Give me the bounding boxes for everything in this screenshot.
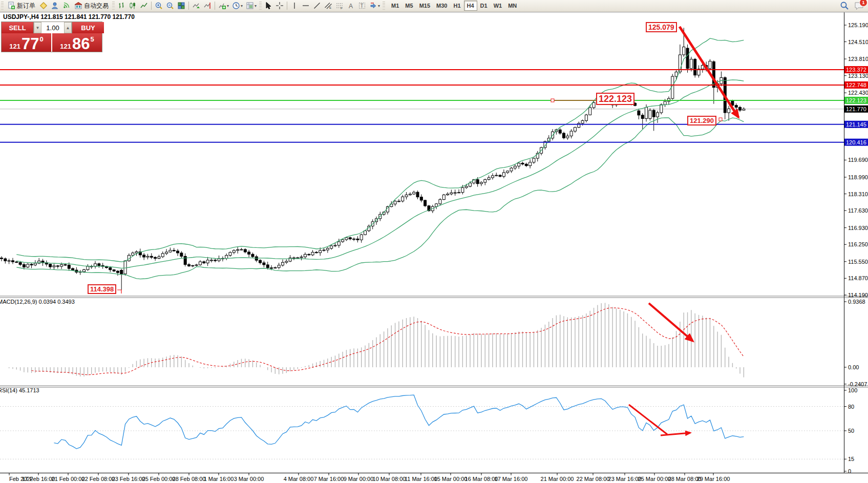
sell-price-display[interactable]: 121 77 0 [2, 33, 51, 52]
chart-canvas[interactable]: 125.190124.510123.810123.130122.430121.7… [0, 11, 868, 483]
text-a-icon: A [347, 2, 355, 10]
crosshair-button[interactable] [274, 1, 285, 11]
new-order-icon [7, 2, 15, 10]
templates-caret-icon: ▾ [255, 4, 257, 8]
candlestick-chart-button[interactable] [127, 1, 138, 11]
sell-price-base: 121 [9, 43, 20, 50]
shapes-button[interactable]: ▾ [368, 1, 382, 11]
svg-text:122.430: 122.430 [848, 90, 868, 96]
cursor-icon [264, 2, 272, 10]
sell-price-main: 77 [22, 37, 39, 50]
svg-text:28 Feb 08:00: 28 Feb 08:00 [173, 476, 206, 482]
volume-increase-button[interactable]: ▲ [64, 22, 72, 33]
svg-text:25 Feb 00:00: 25 Feb 00:00 [142, 476, 176, 482]
svg-text:A: A [349, 3, 353, 10]
svg-text:22 Feb 08:00: 22 Feb 08:00 [82, 476, 115, 482]
volume-decrease-button[interactable]: ▼ [34, 22, 41, 33]
timeframe-d1[interactable]: D1 [477, 1, 491, 11]
price-down-arrow[interactable] [680, 27, 738, 117]
buy-button[interactable]: BUY [72, 22, 104, 33]
timeframe-h1[interactable]: H1 [450, 1, 463, 11]
zoom-in-icon [155, 2, 163, 10]
templates-button[interactable]: ▾ [244, 1, 258, 11]
chart-shift-icon [203, 2, 211, 10]
vertical-line-button[interactable] [289, 1, 300, 11]
buy-price-base: 121 [60, 43, 71, 50]
timeframe-h4[interactable]: H4 [464, 1, 477, 11]
signals-button[interactable] [60, 1, 72, 11]
search-icon[interactable] [840, 1, 849, 10]
cursor-button[interactable] [263, 1, 274, 11]
annotation-low-price[interactable]: 121.290 [687, 116, 716, 125]
annotation-peak-price[interactable]: 125.079 [646, 22, 677, 32]
macd-down-arrow[interactable] [649, 303, 693, 341]
macd-label: MACD(12,26,9) 0.0394 0.3493 [0, 299, 75, 305]
auto-scroll-button[interactable] [190, 1, 202, 11]
text-label-button[interactable]: T [356, 1, 368, 11]
channel-button[interactable]: E [323, 1, 334, 11]
annotation-feb-low-price[interactable]: 114.398 [88, 284, 116, 294]
svg-text:123.372: 123.372 [846, 67, 866, 73]
mt4-window: { "toolbar": { "new_order_label": "新订单",… [0, 0, 868, 483]
community-button[interactable] [49, 1, 60, 11]
rsi-down-line[interactable] [629, 405, 667, 434]
svg-text:29 Mar 16:00: 29 Mar 16:00 [697, 476, 730, 482]
sell-price-pip: 0 [39, 35, 43, 43]
bar-chart-button[interactable] [116, 1, 127, 11]
svg-text:116.930: 116.930 [848, 225, 868, 231]
timeframe-w1[interactable]: W1 [491, 1, 505, 11]
svg-text:115.550: 115.550 [848, 259, 868, 265]
svg-text:16 Mar 08:00: 16 Mar 08:00 [465, 476, 498, 482]
text-button[interactable]: A [345, 1, 356, 11]
signals-icon [62, 2, 70, 10]
auto-trading-button[interactable]: 自动交易 [72, 1, 111, 11]
chart-shift-button[interactable] [202, 1, 213, 11]
timeframe-m5[interactable]: M5 [402, 1, 416, 11]
main-toolbar: 新订单 自动交易 ▾ ▾ [0, 0, 868, 12]
svg-text:23 Feb 16:00: 23 Feb 16:00 [112, 476, 145, 482]
notifications-button[interactable]: 1 [854, 2, 864, 10]
volume-input[interactable] [41, 22, 64, 33]
toolbar-right: 1 [840, 1, 864, 10]
new-order-button[interactable]: 新订单 [5, 1, 38, 11]
timeframe-m30[interactable]: M30 [433, 1, 450, 11]
svg-text:17 Mar 16:00: 17 Mar 16:00 [495, 476, 528, 482]
indicators-button[interactable]: ▾ [217, 1, 230, 11]
timeframe-mn[interactable]: MN [505, 1, 520, 11]
tile-windows-button[interactable] [176, 1, 187, 11]
bar-chart-icon [117, 2, 125, 10]
svg-text:21 Feb 00:00: 21 Feb 00:00 [52, 476, 85, 482]
svg-text:120.416: 120.416 [846, 139, 866, 145]
zoom-out-button[interactable] [164, 1, 176, 11]
zoom-in-button[interactable] [153, 1, 164, 11]
sell-button[interactable]: SELL [2, 22, 33, 33]
svg-text:10 Mar 08:00: 10 Mar 08:00 [373, 476, 406, 482]
svg-text:F: F [341, 7, 343, 10]
buy-price-display[interactable]: 121 86 5 [52, 33, 102, 52]
vertical-line-icon [290, 2, 299, 10]
timeframe-m1[interactable]: M1 [388, 1, 402, 11]
rsi-label: RSI(14) 45.1713 [0, 387, 39, 393]
periods-button[interactable]: ▾ [230, 1, 244, 11]
drawn-annotations[interactable] [117, 27, 738, 435]
svg-text:17 Feb 16:00: 17 Feb 16:00 [22, 476, 55, 482]
community-person-icon [51, 2, 59, 10]
line-chart-icon [140, 2, 148, 10]
shapes-caret-icon: ▾ [378, 4, 380, 8]
toolbar-handle [112, 2, 115, 10]
svg-text:124.510: 124.510 [848, 39, 868, 45]
candlestick-series [1, 28, 745, 290]
svg-text:7 Mar 16:00: 7 Mar 16:00 [314, 476, 344, 482]
svg-text:25 Mar 00:00: 25 Mar 00:00 [638, 476, 671, 482]
market-button[interactable] [38, 1, 49, 11]
auto-trading-label: 自动交易 [84, 2, 109, 10]
trendline-button[interactable] [311, 1, 323, 11]
line-chart-button[interactable] [138, 1, 150, 11]
fibonacci-button[interactable]: F [334, 1, 345, 11]
notification-badge: 1 [859, 0, 867, 7]
svg-text:9 Mar 00:00: 9 Mar 00:00 [344, 476, 374, 482]
horizontal-line-button[interactable] [300, 1, 311, 11]
axis-labels: 125.190124.510123.810123.130122.430121.7… [9, 22, 868, 482]
annotation-mid-price[interactable]: 122.123 [596, 93, 634, 105]
timeframe-m15[interactable]: M15 [416, 1, 433, 11]
